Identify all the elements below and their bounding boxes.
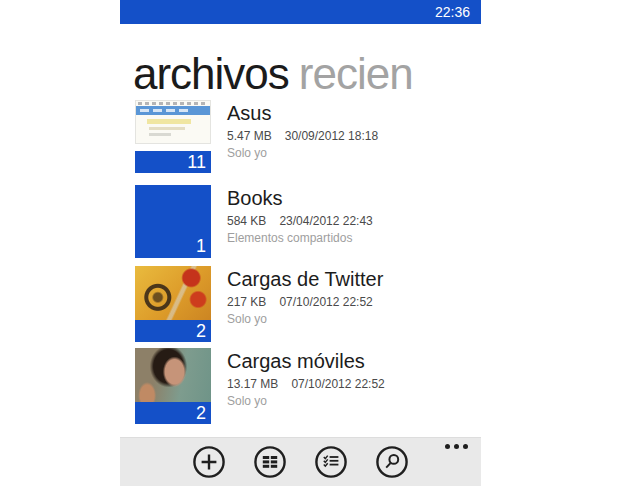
file-meta: 584 KB23/04/2012 22:43 — [227, 214, 373, 229]
file-item-asus[interactable]: 11 Asus 5.47 MB30/09/2012 18:18 Solo yo — [135, 100, 481, 180]
file-size: 584 KB — [227, 214, 266, 228]
details-view-icon[interactable] — [314, 445, 348, 479]
file-meta: 13.17 MB07/10/2012 22:52 — [227, 377, 385, 392]
photo-thumbnail — [135, 266, 211, 320]
file-sharing: Elementos compartidos — [227, 231, 373, 246]
file-info: Cargas de Twitter 217 KB07/10/2012 22:52… — [227, 267, 383, 327]
file-date: 23/04/2012 22:43 — [279, 214, 372, 228]
thumbnails-view-icon[interactable] — [253, 445, 287, 479]
status-bar: 22:36 — [120, 0, 481, 24]
clock: 22:36 — [435, 4, 470, 20]
file-info: Cargas móviles 13.17 MB07/10/2012 22:52 … — [227, 349, 385, 409]
file-name: Asus — [227, 101, 378, 125]
page-title-primary: archivos — [133, 49, 289, 98]
app-bar — [120, 437, 481, 486]
file-name: Cargas de Twitter — [227, 267, 383, 291]
file-meta: 5.47 MB30/09/2012 18:18 — [227, 129, 378, 144]
file-item-cargas-twitter[interactable]: 2 Cargas de Twitter 217 KB07/10/2012 22:… — [135, 266, 481, 346]
item-count-badge: 2 — [135, 320, 211, 342]
item-count-badge: 1 — [196, 236, 206, 256]
photo-thumbnail — [135, 348, 211, 402]
add-icon[interactable] — [192, 445, 226, 479]
file-date: 07/10/2012 22:52 — [291, 377, 384, 391]
phone-screen: 22:36 archivosrecien 11 Asus 5.47 MB30/0… — [0, 0, 640, 492]
file-meta: 217 KB07/10/2012 22:52 — [227, 295, 383, 310]
search-icon[interactable] — [375, 445, 409, 479]
file-size: 217 KB — [227, 295, 266, 309]
file-date: 07/10/2012 22:52 — [279, 295, 372, 309]
more-icon[interactable] — [445, 444, 468, 449]
folder-tile: 1 — [135, 185, 211, 258]
item-count-badge: 2 — [135, 402, 211, 424]
file-date: 30/09/2012 18:18 — [285, 129, 378, 143]
page-title: archivosrecien — [133, 46, 640, 104]
file-size: 5.47 MB — [227, 129, 272, 143]
file-sharing: Solo yo — [227, 312, 383, 327]
file-sharing: Solo yo — [227, 394, 385, 409]
file-sharing: Solo yo — [227, 146, 378, 161]
file-info: Asus 5.47 MB30/09/2012 18:18 Solo yo — [227, 101, 378, 161]
file-name: Cargas móviles — [227, 349, 385, 373]
page-title-secondary: recien — [299, 49, 413, 98]
file-item-books[interactable]: 1 Books 584 KB23/04/2012 22:43 Elementos… — [135, 185, 481, 265]
file-name: Books — [227, 186, 373, 210]
item-count-badge: 11 — [135, 151, 211, 173]
file-item-cargas-moviles[interactable]: 2 Cargas móviles 13.17 MB07/10/2012 22:5… — [135, 348, 481, 428]
file-size: 13.17 MB — [227, 377, 278, 391]
webpage-thumbnail — [135, 100, 211, 144]
file-info: Books 584 KB23/04/2012 22:43 Elementos c… — [227, 186, 373, 246]
